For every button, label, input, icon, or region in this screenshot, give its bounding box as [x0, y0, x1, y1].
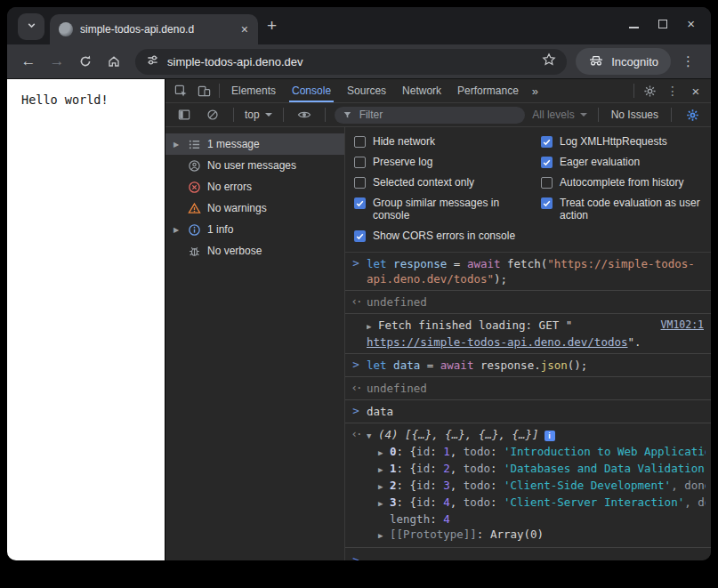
forward-button[interactable]: → [44, 49, 69, 74]
console-sidebar-toggle-button[interactable] [173, 103, 196, 126]
devtools-tabbar: ElementsConsoleSourcesNetworkPerformance… [165, 79, 711, 103]
console-token: , don [684, 495, 706, 509]
checkbox-unchecked-icon[interactable] [354, 157, 366, 168]
setting-preserve-log[interactable]: Preserve log [354, 156, 520, 168]
log-levels-label: All levels [532, 109, 574, 121]
array-item-row[interactable]: ▶0: {id: 1, todo: 'Introduction to Web A… [367, 444, 706, 461]
expander-triangle-icon[interactable]: ▼ [367, 429, 378, 444]
window-close-button[interactable]: × [687, 20, 695, 28]
console-token: : [430, 512, 443, 526]
devtools-menu-button[interactable]: ⋮ [661, 79, 684, 102]
url-bar[interactable]: simple-todos-api.deno.dev [135, 49, 567, 75]
device-toolbar-button[interactable] [192, 79, 215, 102]
setting-treat-code-evaluation-as-user-action[interactable]: Treat code evaluation as user action [541, 197, 702, 222]
expander-triangle-icon[interactable]: ▶ [172, 226, 181, 234]
sidebar-item-no-verbose[interactable]: No verbose [165, 240, 344, 262]
issues-counter[interactable]: No Issues [608, 109, 662, 121]
devtools-tab-console[interactable]: Console [284, 79, 339, 102]
setting-log-xmlhttprequests[interactable]: Log XMLHttpRequests [541, 135, 702, 148]
minimize-button[interactable] [629, 16, 639, 32]
devtools-close-button[interactable]: × [684, 79, 707, 102]
more-tabs-button[interactable]: » [527, 85, 544, 98]
console-settings-button[interactable] [681, 103, 704, 126]
bookmark-star-icon[interactable] [542, 52, 556, 70]
funnel-icon [343, 109, 352, 120]
context-selector[interactable]: top [243, 109, 274, 121]
filter-input[interactable] [358, 108, 518, 122]
setting-selected-context-only[interactable]: Selected context only [354, 176, 520, 189]
expander-triangle-icon[interactable]: ▶ [378, 446, 390, 461]
log-levels-dropdown[interactable]: All levels [530, 109, 588, 121]
info-badge-icon[interactable]: i [545, 431, 555, 441]
console-entry-input[interactable]: >let response = await fetch("https://sim… [345, 253, 711, 291]
inspect-element-button[interactable] [169, 79, 192, 102]
url-text[interactable]: simple-todos-api.deno.dev [167, 55, 534, 68]
sidebar-item-no-errors[interactable]: No errors [165, 176, 344, 197]
expander-triangle-icon[interactable]: ▶ [378, 463, 390, 478]
array-item-row[interactable]: ▶3: {id: 4, todo: 'Client-Server Interac… [367, 495, 706, 511]
devtools-tab-network[interactable]: Network [394, 79, 449, 102]
console-token: Array(0) [490, 528, 544, 541]
devtools-settings-button[interactable] [638, 79, 661, 102]
source-location-link[interactable]: VM102:1 [661, 318, 704, 331]
devtools-tab-performance[interactable]: Performance [449, 79, 527, 102]
console-token: 'Client-Side Development' [504, 479, 671, 492]
setting-eager-evaluation[interactable]: Eager evaluation [541, 156, 702, 168]
tab-search-button[interactable] [18, 13, 44, 40]
array-preview-line[interactable]: ▼(4) [{…}, {…}, {…}, {…}]i [367, 427, 706, 444]
array-prototype-row[interactable]: ▶[[Prototype]]: Array(0) [367, 527, 706, 544]
checkbox-unchecked-icon[interactable] [354, 177, 366, 189]
checkbox-unchecked-icon[interactable] [541, 177, 553, 189]
setting-show-cors-errors-in-console[interactable]: Show CORS errors in console [354, 230, 520, 242]
console-entry-input[interactable]: >let data = await response.json(); [345, 354, 711, 377]
reload-button[interactable] [73, 49, 98, 74]
setting-group-similar-messages-in-console[interactable]: Group similar messages in console [354, 197, 520, 222]
setting-hide-network[interactable]: Hide network [354, 135, 520, 148]
devtools-tabs: ElementsConsoleSourcesNetworkPerformance [223, 79, 527, 102]
console-link[interactable]: https://simple-todos-api.deno.dev/todos [367, 335, 628, 349]
clear-console-button[interactable] [201, 103, 224, 126]
devtools-panel: ElementsConsoleSourcesNetworkPerformance… [165, 79, 711, 560]
array-item-row[interactable]: ▶1: {id: 2, todo: 'Databases and Data Va… [367, 461, 706, 478]
expander-triangle-icon[interactable]: ▶ [367, 319, 378, 334]
sidebar-item-no-warnings[interactable]: No warnings [165, 197, 344, 219]
console-filter[interactable] [335, 107, 526, 124]
checkbox-checked-icon[interactable] [541, 197, 553, 209]
expander-triangle-icon[interactable]: ▶ [172, 141, 181, 149]
console-entry-input[interactable]: >data [345, 400, 711, 423]
console-entry-prompt[interactable]: > [345, 548, 711, 560]
checkbox-checked-icon[interactable] [541, 136, 553, 148]
sidebar-item-no-user-messages[interactable]: No user messages [165, 155, 344, 176]
browser-tab[interactable]: simple-todos-api.deno.d × [50, 14, 258, 44]
console-entry-content: ▼(4) [{…}, {…}, {…}, {…}]i▶0: {id: 1, to… [367, 427, 706, 544]
array-index: 0 [390, 445, 397, 458]
checkbox-checked-icon[interactable] [541, 157, 553, 168]
console-gutter: > [345, 256, 367, 286]
setting-autocomplete-from-history[interactable]: Autocomplete from history [541, 176, 702, 189]
browser-toolbar: ← → simple-todos-api.deno.dev [7, 44, 711, 78]
expander-triangle-icon[interactable]: ▶ [378, 496, 390, 511]
sidebar-item-1-info[interactable]: ▶1 info [165, 219, 344, 240]
checkbox-checked-icon[interactable] [354, 230, 366, 242]
checkbox-unchecked-icon[interactable] [354, 136, 366, 148]
console-line: undefined [367, 381, 706, 396]
expander-triangle-icon[interactable]: ▶ [378, 479, 390, 495]
tab-close-icon[interactable]: × [238, 22, 251, 36]
array-item-row[interactable]: ▶2: {id: 3, todo: 'Client-Side Developme… [367, 478, 706, 495]
devtools-tab-elements[interactable]: Elements [223, 79, 284, 102]
browser-menu-button[interactable]: ⋮ [674, 53, 702, 69]
live-expression-button[interactable] [293, 103, 316, 126]
expander-triangle-icon[interactable]: ▶ [378, 528, 390, 544]
devtools-tab-sources[interactable]: Sources [339, 79, 394, 102]
console-token: = [420, 358, 440, 372]
checkbox-checked-icon[interactable] [354, 197, 366, 209]
home-button[interactable] [101, 49, 126, 74]
new-tab-button[interactable]: + [267, 16, 277, 36]
console-token: todo [464, 479, 490, 492]
site-info-icon[interactable] [146, 53, 159, 70]
console-input-line[interactable] [367, 553, 706, 560]
console-line: https://simple-todos-api.deno.dev/todos"… [367, 334, 706, 350]
maximize-button[interactable] [658, 16, 667, 32]
back-button[interactable]: ← [16, 49, 41, 74]
sidebar-item-1-message[interactable]: ▶1 message [165, 133, 344, 155]
